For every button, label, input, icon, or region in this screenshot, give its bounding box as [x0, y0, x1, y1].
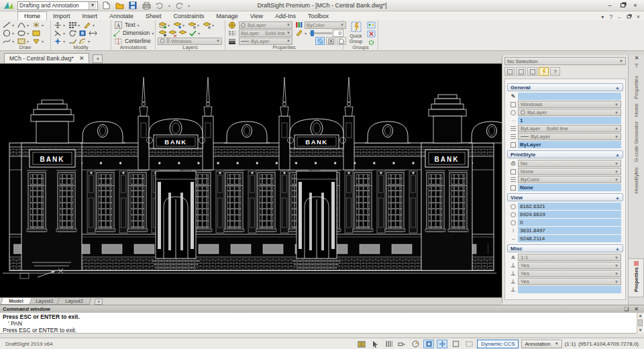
tab-annotate[interactable]: Annotate [103, 12, 140, 20]
document-close-icon[interactable]: ✕ [79, 55, 85, 62]
ribbon-collapse-icon[interactable]: ▾ [601, 14, 604, 20]
restore-button[interactable] [619, 2, 627, 9]
annotation-scale-field[interactable]: 1:1▼ [518, 254, 621, 261]
toggle-value-button[interactable] [539, 67, 549, 76]
add-sheet-button[interactable]: + [95, 299, 103, 305]
side-tab-gcode[interactable]: G-code Generator [633, 121, 639, 162]
scroll-up-icon[interactable]: ▲ [637, 313, 643, 319]
ps-field-3[interactable]: ByColor▼ [518, 176, 621, 183]
misc-field-4[interactable]: Yes▼ [518, 278, 621, 285]
lineweight-toggle-icon[interactable] [450, 340, 461, 348]
move-tool-icon[interactable] [53, 21, 62, 29]
side-tab-home[interactable]: Home [633, 103, 639, 117]
selection-dropdown[interactable]: No Selection▼ [504, 57, 626, 65]
dynamic-ccs-button[interactable]: Dynamic CCS [477, 340, 519, 348]
annotation-scale-dropdown[interactable]: Annotation▼ [521, 340, 561, 348]
tab-model[interactable]: Model [0, 298, 32, 305]
point-tool-icon[interactable] [32, 21, 41, 29]
view-width[interactable]: 9248.2114 [518, 235, 621, 242]
mdi-restore-icon[interactable] [627, 15, 631, 19]
edit-tool-icon[interactable] [83, 21, 92, 29]
quick-select-button[interactable] [516, 67, 526, 76]
transparency-value[interactable]: 0 [333, 30, 343, 37]
ortho-toggle-icon[interactable] [396, 340, 407, 348]
layer-isolate-icon[interactable] [168, 29, 177, 37]
view-center-y[interactable]: 6924.6619 [518, 211, 621, 218]
section-view[interactable]: View▲ [507, 193, 623, 201]
printstyle-inline-field[interactable]: ByLayer [518, 141, 621, 148]
match-properties-icon[interactable] [294, 29, 304, 37]
linescale-field[interactable]: 1 [518, 117, 621, 124]
ungroup-icon[interactable] [366, 30, 376, 38]
ps-field-4[interactable]: None [518, 184, 621, 191]
group-edit-icon[interactable] [366, 21, 376, 29]
general-edit-field[interactable] [518, 93, 621, 100]
layers-manager-icon[interactable] [158, 21, 167, 29]
active-layer-dropdown[interactable]: Windows ▼ [158, 38, 222, 45]
tab-toolbox[interactable]: Toolbox [302, 12, 335, 20]
line-tool-icon[interactable] [2, 21, 11, 29]
command-window-log[interactable]: Press ESC or ENTER to exit. ' PAN Press … [0, 313, 644, 334]
offset-tool-icon[interactable] [88, 29, 97, 37]
dimension-tool-icon[interactable] [113, 29, 121, 37]
tab-layout2[interactable]: Layout2 [57, 298, 92, 305]
save-button[interactable] [127, 1, 138, 10]
section-printstyle[interactable]: PrintStyle▲ [507, 150, 623, 158]
command-window-header[interactable]: Command window ❏ ✕ [0, 305, 644, 313]
workspace-selector[interactable]: Drafting and Annotation▼ [17, 1, 98, 10]
layer-freeze-icon[interactable] [172, 21, 182, 29]
pointer-mode-icon[interactable] [370, 340, 380, 348]
drawing-canvas[interactable]: BANK BANK [0, 64, 502, 297]
layer-field[interactable]: Windows▼ [518, 101, 621, 108]
mdi-close-icon[interactable]: × [637, 13, 640, 20]
select-matching-button[interactable] [527, 67, 537, 76]
circle-tool-icon[interactable] [2, 29, 11, 37]
section-general[interactable]: General▲ [507, 83, 623, 91]
trim-tool-icon[interactable] [53, 29, 62, 37]
tab-import[interactable]: Import [47, 12, 76, 20]
layer-state-icon[interactable] [202, 21, 211, 29]
new-document-tab-button[interactable]: + [93, 54, 103, 63]
open-file-button[interactable] [114, 1, 125, 10]
command-close-icon[interactable]: ✕ [634, 306, 639, 312]
printarea-toggle-icon[interactable] [464, 340, 474, 348]
rotate-tool-icon[interactable] [68, 29, 77, 37]
minimize-button[interactable]: – [606, 2, 614, 9]
undo-button[interactable] [154, 1, 165, 10]
rectangle-tool-icon[interactable] [32, 29, 41, 37]
layer-off-icon[interactable] [158, 29, 167, 37]
tab-addins[interactable]: Add-Ins [269, 12, 302, 20]
centerline-tool-label[interactable]: Centerline [125, 38, 151, 44]
dimension-tool-label[interactable]: Dimension [123, 30, 150, 36]
undo-dropdown-caret[interactable]: ▾ [168, 3, 170, 8]
ps-field-1[interactable]: No▼ [518, 160, 621, 167]
section-misc[interactable]: Misc▲ [507, 244, 623, 252]
line-color-dropdown[interactable]: ByLayer▼ [239, 21, 292, 29]
snap-settings-icon[interactable] [356, 340, 367, 348]
misc-field-5[interactable] [518, 286, 621, 293]
view-center-x[interactable]: 8162.6321 [518, 203, 621, 210]
close-button[interactable]: × [631, 2, 639, 9]
layer-unisolate-icon[interactable] [178, 29, 187, 37]
linestyle-field[interactable]: ByLayer Solid line▼ [518, 125, 621, 132]
bycolor-dropdown[interactable]: ByColor▼ [305, 21, 346, 29]
lineweight-field[interactable]: ByLayer▼ [518, 133, 621, 140]
view-center-z[interactable]: 0 [518, 219, 621, 226]
tab-home[interactable]: Home [17, 11, 47, 20]
scroll-down-icon[interactable]: ▼ [637, 328, 643, 334]
line-style-dropdown[interactable]: ByLayer Solid line▼ [239, 30, 292, 37]
text-tool-label[interactable]: Text [125, 21, 136, 28]
scroll-thumb[interactable] [638, 319, 643, 326]
tab-sheet[interactable]: Sheet [140, 12, 168, 20]
polar-toggle-icon[interactable] [410, 340, 421, 348]
tab-constraints[interactable]: Constraints [168, 12, 211, 20]
palette-close-icon[interactable]: ✕ [629, 55, 644, 63]
side-tab-properties-active[interactable]: Properties [628, 258, 644, 297]
tab-manage[interactable]: Manage [210, 12, 244, 20]
arc-tool-icon[interactable] [17, 21, 26, 29]
tab-view[interactable]: View [244, 12, 269, 20]
ps-field-2[interactable]: None▼ [518, 168, 621, 175]
layer-check-icon[interactable] [188, 29, 197, 37]
linecolor-picker-icon[interactable] [227, 21, 237, 29]
linecolor-field[interactable]: ByLayer▼ [518, 109, 621, 116]
